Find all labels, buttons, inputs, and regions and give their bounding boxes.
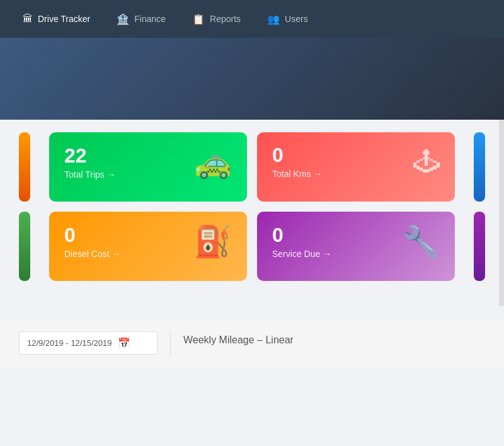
card-left-service: 0 Service Due — [272, 225, 331, 259]
cards-row-wrapper: 22 Total Trips 🚕 0 Total Kms 🕹 — [19, 132, 485, 281]
trips-icon: 🚕 — [194, 145, 232, 180]
kms-label: Total Kms — [272, 169, 322, 179]
service-value: 0 — [272, 225, 331, 245]
service-label: Service Due — [272, 249, 331, 259]
side-peeks-left — [19, 132, 30, 281]
card-left-diesel: 0 Diesel Cost — [64, 225, 121, 259]
bottom-section: 12/9/2019 - 12/15/2019 📅 Weekly Mileage … — [0, 319, 504, 369]
drive-tracker-icon: 🏛 — [23, 13, 33, 25]
date-picker-section: 12/9/2019 - 12/15/2019 📅 — [19, 331, 158, 355]
side-peek-right-top — [474, 132, 485, 202]
side-peek-left-bottom — [19, 212, 30, 281]
nav-label-reports: Reports — [210, 14, 241, 24]
nav-item-drive-tracker[interactable]: 🏛 Drive Tracker — [13, 8, 100, 30]
nav-item-finance[interactable]: 🏦 Finance — [106, 8, 176, 30]
finance-icon: 🏦 — [117, 13, 129, 25]
chart-title: Weekly Mileage – Linear — [183, 334, 294, 346]
service-icon: 🔧 — [402, 224, 440, 260]
chart-label-section: Weekly Mileage – Linear — [183, 331, 294, 346]
nav-item-reports[interactable]: 📋 Reports — [182, 8, 251, 30]
nav-label-finance: Finance — [134, 14, 166, 24]
nav-item-users[interactable]: 👥 Users — [257, 8, 318, 30]
diesel-label: Diesel Cost — [64, 249, 121, 259]
kms-value: 0 — [272, 145, 322, 165]
main-content: 22 Total Trips 🚕 0 Total Kms 🕹 — [0, 120, 504, 306]
nav-label-users: Users — [285, 14, 308, 24]
date-range-text: 12/9/2019 - 12/15/2019 — [27, 338, 112, 348]
trips-value: 22 — [64, 146, 116, 166]
card-content-trips: 22 Total Trips 🚕 — [64, 145, 232, 180]
card-left-kms: 0 Total Kms — [272, 145, 322, 179]
stat-cards-grid: 22 Total Trips 🚕 0 Total Kms 🕹 — [49, 132, 455, 281]
trips-label: Total Trips — [64, 169, 116, 180]
hero-section — [0, 38, 504, 120]
date-range-input[interactable]: 12/9/2019 - 12/15/2019 📅 — [19, 331, 158, 355]
users-icon: 👥 — [267, 13, 280, 25]
side-peek-right-bottom — [474, 212, 485, 281]
calendar-icon: 📅 — [118, 337, 130, 349]
reports-icon: 📋 — [192, 13, 205, 25]
card-left-trips: 22 Total Trips — [64, 146, 116, 180]
card-content-kms: 0 Total Kms 🕹 — [272, 145, 440, 179]
diesel-icon: ⛽ — [194, 224, 232, 260]
scrollbar[interactable] — [499, 120, 504, 306]
card-total-trips[interactable]: 22 Total Trips 🚕 — [49, 132, 247, 202]
side-peeks-right — [474, 132, 485, 281]
navbar: 🏛 Drive Tracker 🏦 Finance 📋 Reports 👥 Us… — [0, 0, 504, 38]
divider-vertical — [170, 331, 171, 357]
card-diesel-cost[interactable]: 0 Diesel Cost ⛽ — [49, 212, 247, 281]
side-peek-left-top — [19, 132, 30, 202]
card-content-service: 0 Service Due 🔧 — [272, 224, 440, 260]
card-service-due[interactable]: 0 Service Due 🔧 — [257, 212, 455, 281]
diesel-value: 0 — [64, 225, 121, 245]
kms-icon: 🕹 — [413, 147, 440, 177]
card-content-diesel: 0 Diesel Cost ⛽ — [64, 224, 232, 260]
nav-label-drive-tracker: Drive Tracker — [38, 14, 90, 24]
card-total-kms[interactable]: 0 Total Kms 🕹 — [257, 132, 455, 202]
